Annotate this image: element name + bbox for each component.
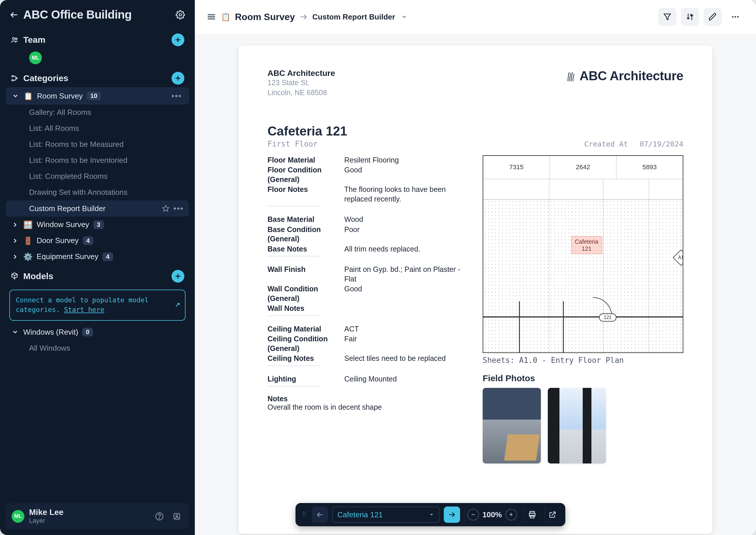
- clipboard-icon: 📋: [23, 92, 33, 100]
- category-more-button[interactable]: •••: [170, 91, 183, 100]
- view-rooms-to-be-inventoried[interactable]: List: Rooms to be Inventoried: [6, 152, 189, 168]
- record-selector[interactable]: Cafeteria 121: [332, 507, 440, 523]
- breadcrumb-sub[interactable]: Custom Report Builder: [312, 13, 395, 21]
- field-value: Select tiles need to be replaced: [344, 353, 465, 363]
- field-photo[interactable]: [483, 388, 541, 464]
- hamburger-button[interactable]: [207, 12, 216, 22]
- firm-address-1: 123 State St.: [267, 78, 335, 88]
- photo-grid: [483, 388, 683, 464]
- svg-marker-11: [162, 205, 169, 211]
- brand-logo: ABC Architecture: [567, 69, 683, 83]
- field-photos-title: Field Photos: [483, 373, 683, 383]
- print-button[interactable]: [524, 507, 540, 523]
- field-label: Ceiling Notes: [267, 353, 337, 363]
- field-label: Base Notes: [267, 244, 337, 254]
- arrow-right-icon: [448, 511, 456, 519]
- favorite-button[interactable]: [162, 205, 170, 212]
- print-icon: [528, 510, 537, 519]
- zoom-out-button[interactable]: −: [467, 509, 479, 521]
- sidebar: ABC Office Building Team ML Categories: [0, 0, 195, 535]
- brand-name: ABC Architecture: [579, 69, 683, 83]
- view-custom-report-builder[interactable]: Custom Report Builder •••: [6, 200, 189, 217]
- svg-marker-27: [430, 514, 433, 516]
- count-badge: 10: [87, 92, 101, 100]
- field-value: Paint on Gyp. bd.; Paint on Plaster - Fl…: [344, 265, 465, 284]
- connect-model-callout[interactable]: Connect a model to populate model catego…: [9, 290, 185, 321]
- chevron-down-icon: [402, 14, 407, 19]
- details-column: Floor MaterialResilent FlooringFloor Con…: [267, 155, 465, 464]
- field-value: Fair: [344, 334, 465, 353]
- sidebar-body: Team ML Categories 📋: [0, 28, 195, 497]
- view-completed-rooms[interactable]: List: Completed Rooms: [6, 168, 189, 184]
- logo-mark-icon: [567, 70, 576, 82]
- field-value: ACT: [344, 324, 465, 334]
- next-record-button[interactable]: [444, 507, 460, 523]
- arrow-left-icon: [10, 11, 18, 19]
- section-team-header: Team: [6, 28, 189, 49]
- view-list-all-rooms[interactable]: List: All Rooms: [6, 120, 189, 136]
- clipboard-icon: 📋: [221, 13, 230, 21]
- pencil-icon: [708, 13, 717, 21]
- prev-record-button[interactable]: [312, 507, 328, 523]
- help-button[interactable]: [153, 510, 166, 523]
- sort-icon: [686, 13, 694, 21]
- avatar: ML: [12, 510, 24, 523]
- firm-name: ABC Architecture: [267, 69, 335, 78]
- filter-button[interactable]: [658, 8, 676, 26]
- room-floor: First Floor: [267, 140, 573, 148]
- door-tag: 121: [599, 313, 616, 322]
- content-area[interactable]: ABC Architecture 123 State St. Lincoln, …: [195, 34, 756, 535]
- callout-link[interactable]: Start here: [64, 306, 104, 313]
- view-more-button[interactable]: •••: [174, 204, 184, 213]
- category-label: Window Survey: [37, 220, 89, 229]
- model-windows-revit[interactable]: Windows (Revit) 0: [6, 324, 189, 340]
- category-label: Room Survey: [37, 92, 83, 100]
- firm-block: ABC Architecture 123 State St. Lincoln, …: [267, 69, 335, 98]
- svg-point-15: [159, 518, 160, 519]
- field-label: Floor Material: [267, 155, 337, 165]
- field-photo[interactable]: [548, 388, 606, 464]
- svg-point-25: [737, 16, 739, 18]
- project-settings-button[interactable]: [175, 9, 186, 21]
- model-all-windows[interactable]: All Windows: [6, 340, 189, 356]
- add-category-button[interactable]: [172, 72, 184, 85]
- field-value: The flooring looks to have been replaced…: [344, 184, 465, 204]
- view-gallery-all-rooms[interactable]: Gallery: All Rooms: [6, 104, 189, 120]
- field-label: Lighting: [267, 374, 337, 384]
- field-value: Poor: [344, 225, 465, 244]
- section-team-label: Team: [23, 35, 167, 45]
- plan-column: 7315 2642 5893 Cafeteria121: [483, 155, 683, 464]
- svg-marker-22: [664, 14, 671, 20]
- open-external-button[interactable]: [544, 507, 561, 523]
- user-icon: [172, 512, 181, 521]
- back-button[interactable]: [9, 10, 19, 20]
- view-rooms-to-be-measured[interactable]: List: Rooms to be Measured: [6, 136, 189, 152]
- gear-icon: [176, 10, 185, 19]
- edit-button[interactable]: [704, 8, 722, 26]
- breadcrumb-main[interactable]: Room Survey: [235, 12, 295, 22]
- drag-handle[interactable]: ⠿: [300, 511, 308, 519]
- zoom-value: 100%: [482, 510, 502, 519]
- field-value: Good: [344, 284, 465, 303]
- section-models-header: Models: [6, 265, 189, 286]
- add-team-button[interactable]: [172, 34, 184, 46]
- arrow-left-icon: [316, 511, 323, 519]
- count-badge: 3: [93, 220, 104, 229]
- zoom-in-button[interactable]: +: [505, 509, 517, 521]
- room-name: Cafeteria 121: [267, 124, 573, 138]
- field-value: Wood: [344, 214, 465, 224]
- category-door-survey[interactable]: 🚪 Door Survey 4: [6, 233, 189, 249]
- category-equipment-survey[interactable]: ⚙️ Equipment Survey 4: [6, 249, 189, 265]
- view-drawing-set-annotations[interactable]: Drawing Set with Annotations: [6, 184, 189, 200]
- more-button[interactable]: [726, 8, 744, 26]
- svg-point-17: [176, 515, 178, 517]
- team-member-row[interactable]: ML: [6, 49, 189, 67]
- plan-dim-1: 2642: [550, 156, 616, 179]
- category-room-survey[interactable]: 📋 Room Survey 10 •••: [6, 88, 189, 104]
- chevron-down-icon: [11, 93, 19, 99]
- account-button[interactable]: [170, 510, 183, 523]
- breadcrumb-dropdown[interactable]: [400, 14, 407, 19]
- sort-button[interactable]: [681, 8, 699, 26]
- category-window-survey[interactable]: 🪟 Window Survey 3: [6, 217, 189, 233]
- add-model-button[interactable]: [172, 270, 184, 283]
